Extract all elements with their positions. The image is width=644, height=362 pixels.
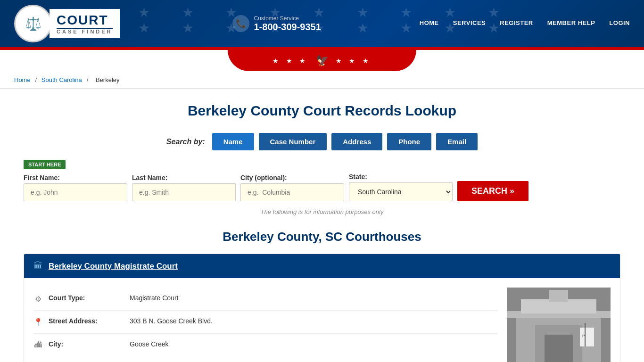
courthouse-details: ⚙ Court Type: Magistrate Court 📍 Street … bbox=[33, 288, 497, 362]
customer-service: 📞 Customer Service 1-800-309-9351 bbox=[232, 15, 321, 33]
last-name-field-group: Last Name: bbox=[132, 174, 236, 201]
breadcrumb-separator-2: / bbox=[87, 76, 90, 83]
logo-area: ⚖️ COURT CASE FINDER bbox=[14, 5, 120, 42]
wave-section: ★ ★ ★ 🦅 ★ ★ ★ bbox=[0, 50, 644, 71]
city-detail-label: City: bbox=[49, 340, 124, 348]
svg-rect-6 bbox=[549, 290, 568, 302]
left-stars: ★ ★ ★ bbox=[272, 57, 309, 65]
court-type-value: Magistrate Court bbox=[130, 294, 178, 302]
phone-icon: 📞 bbox=[232, 15, 249, 32]
court-type-icon: ⚙ bbox=[33, 295, 43, 304]
logo-text: COURT CASE FINDER bbox=[50, 9, 120, 38]
breadcrumb-home[interactable]: Home bbox=[14, 76, 31, 83]
info-note: The following is for information purpose… bbox=[24, 208, 620, 215]
courthouse-name-link[interactable]: Berkeley County Magistrate Court bbox=[49, 262, 178, 271]
breadcrumb: Home / South Carolina / Berkeley bbox=[0, 71, 644, 89]
page-title: Berkeley County Court Records Lookup bbox=[24, 103, 620, 119]
detail-row-city: 🏙 City: Goose Creek bbox=[33, 334, 497, 356]
case-finder-label: CASE FINDER bbox=[57, 28, 113, 34]
last-name-label: Last Name: bbox=[132, 174, 236, 181]
right-stars: ★ ★ ★ bbox=[336, 57, 372, 65]
court-label: COURT bbox=[57, 13, 113, 28]
city-field-group: City (optional): bbox=[240, 174, 344, 201]
courthouse-body: ⚙ Court Type: Magistrate Court 📍 Street … bbox=[24, 278, 620, 362]
first-name-label: First Name: bbox=[24, 174, 127, 181]
breadcrumb-state[interactable]: South Carolina bbox=[41, 76, 82, 83]
search-form: START HERE First Name: Last Name: City (… bbox=[24, 160, 620, 201]
court-type-label: Court Type: bbox=[49, 294, 124, 302]
city-icon: 🏙 bbox=[33, 341, 43, 349]
courthouse-svg: P bbox=[507, 288, 611, 362]
breadcrumb-county: Berkeley bbox=[96, 76, 120, 83]
courthouse-card: 🏛 Berkeley County Magistrate Court ⚙ Cou… bbox=[24, 254, 620, 362]
detail-row-address: 📍 Street Address: 303 B N. Goose Creek B… bbox=[33, 311, 497, 334]
tab-address[interactable]: Address bbox=[331, 133, 382, 150]
nav-home[interactable]: HOME bbox=[420, 19, 439, 28]
tab-case-number[interactable]: Case Number bbox=[259, 133, 327, 150]
state-field-group: State: South Carolina Alabama Alaska Ari… bbox=[349, 173, 453, 201]
address-icon: 📍 bbox=[33, 318, 43, 327]
detail-row-court-type: ⚙ Court Type: Magistrate Court bbox=[33, 288, 497, 311]
search-fields: First Name: Last Name: City (optional): … bbox=[24, 173, 620, 201]
breadcrumb-separator-1: / bbox=[35, 76, 39, 83]
start-here-badge: START HERE bbox=[24, 160, 66, 169]
nav-member-help[interactable]: MEMBER HELP bbox=[547, 19, 595, 28]
cs-label: Customer Service bbox=[254, 15, 321, 22]
courthouses-title: Berkeley County, SC Courthouses bbox=[24, 230, 620, 244]
courthouse-img-placeholder: P bbox=[507, 288, 611, 362]
nav-register[interactable]: REGISTER bbox=[500, 19, 533, 28]
courthouse-image: P bbox=[507, 288, 611, 362]
site-header: ★ ★ ★ ★ ★ ★ ★ ★ ★ ★ ★ ★ ★ ★ ★ ★ ★ ★ ★ ★ … bbox=[0, 0, 644, 47]
search-by-label: Search by: bbox=[166, 138, 205, 146]
last-name-input[interactable] bbox=[132, 183, 236, 201]
eagle-emblem: ★ ★ ★ 🦅 ★ ★ ★ bbox=[272, 55, 372, 67]
search-button[interactable]: SEARCH » bbox=[457, 181, 528, 201]
search-by-row: Search by: Name Case Number Address Phon… bbox=[24, 133, 620, 150]
building-icon: 🏛 bbox=[33, 261, 43, 272]
cs-phone: 1-800-309-9351 bbox=[254, 22, 321, 33]
main-content: Berkeley County Court Records Lookup Sea… bbox=[0, 89, 644, 362]
city-detail-value: Goose Creek bbox=[130, 340, 168, 348]
scales-icon: ⚖️ bbox=[25, 16, 41, 32]
state-label: State: bbox=[349, 173, 453, 181]
nav-services[interactable]: SERVICES bbox=[453, 19, 486, 28]
tab-email[interactable]: Email bbox=[436, 133, 478, 150]
tab-name[interactable]: Name bbox=[212, 133, 254, 150]
address-label: Street Address: bbox=[49, 317, 124, 325]
svg-text:P: P bbox=[582, 334, 585, 338]
main-nav: HOME SERVICES REGISTER MEMBER HELP LOGIN bbox=[420, 19, 630, 28]
state-select[interactable]: South Carolina Alabama Alaska Arizona bbox=[349, 182, 453, 201]
first-name-field-group: First Name: bbox=[24, 174, 127, 201]
city-label: City (optional): bbox=[240, 174, 344, 181]
svg-rect-3 bbox=[545, 335, 573, 362]
courthouse-header: 🏛 Berkeley County Magistrate Court bbox=[24, 254, 620, 278]
address-value: 303 B N. Goose Creek Blvd. bbox=[130, 317, 213, 325]
city-input[interactable] bbox=[240, 183, 344, 201]
eagle-icon: 🦅 bbox=[316, 55, 329, 67]
logo-circle: ⚖️ bbox=[14, 5, 52, 42]
tab-phone[interactable]: Phone bbox=[387, 133, 431, 150]
nav-login[interactable]: LOGIN bbox=[609, 19, 630, 28]
first-name-input[interactable] bbox=[24, 183, 127, 201]
